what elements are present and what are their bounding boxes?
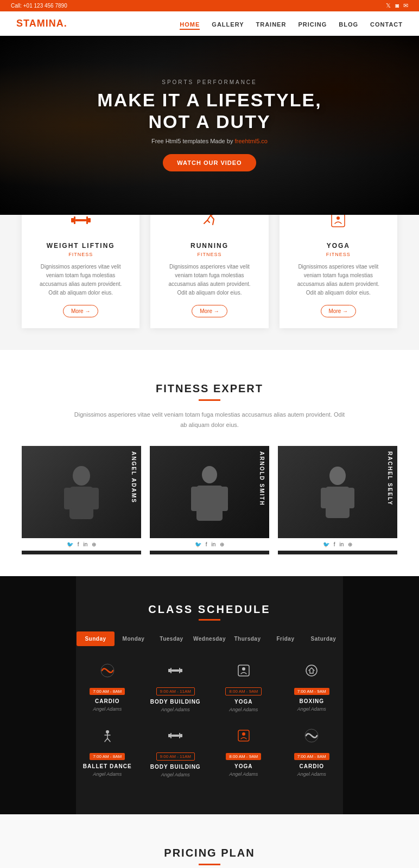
topbar: Call: +01 123 456 7890 𝕏 ◙ ✉ [0, 0, 419, 11]
nav-pricing[interactable]: PRICING [298, 19, 327, 29]
class-name-bb2: BODY BUILDING [148, 764, 204, 770]
twitter-social-1[interactable]: 🐦 [195, 541, 201, 547]
svg-rect-15 [220, 487, 228, 511]
svg-rect-11 [91, 488, 99, 509]
class-trainer-bb1: Angel Adams [148, 707, 204, 712]
schedule-class-yoga1: 8:00 AM - 9AM YOGA Angel Adams [213, 657, 275, 718]
facebook-social-0[interactable]: f [78, 541, 79, 547]
svg-rect-13 [196, 486, 223, 521]
schedule-day-wednesday[interactable]: Wednesday [191, 631, 228, 646]
svg-rect-24 [179, 668, 180, 673]
schedule-content: CLASS SCHEDULE Sunday Monday Tuesday Wed… [77, 603, 342, 783]
service-title-0: WEIGHT LIFTING [35, 242, 126, 250]
service-btn-0[interactable]: More [63, 305, 99, 317]
linkedin-social-1[interactable]: in [211, 541, 215, 547]
schedule-bg-right [343, 576, 419, 814]
facebook-social-1[interactable]: f [206, 541, 207, 547]
yoga-class-icon-2 [216, 727, 271, 747]
schedule-day-sunday[interactable]: Sunday [77, 631, 115, 646]
service-title-1: RUNNING [163, 242, 255, 250]
svg-rect-14 [191, 487, 199, 511]
nav-trainer[interactable]: TRAINER [256, 19, 287, 29]
instagram-social-2[interactable]: ⊕ [348, 541, 352, 547]
pricing-divider [199, 864, 220, 865]
nav-gallery[interactable]: GALLERY [212, 19, 244, 29]
ballet-icon [80, 727, 135, 747]
svg-point-16 [329, 467, 346, 485]
schedule-day-thursday[interactable]: Thursday [228, 631, 266, 646]
trainer-name-0: ANGEL ADAMS [131, 451, 137, 503]
schedule-class-boxing: 7:00 AM - 9AM BOXING Angel Adams [281, 657, 343, 718]
schedule-class-ballet: 7:00 AM - 8AM BALLET DANCE Angel Adams [77, 722, 138, 783]
class-name-cardio2: CARDIO [284, 763, 340, 769]
schedule-day-saturday[interactable]: Saturday [304, 631, 342, 646]
watch-video-button[interactable]: Watch Our Video [163, 154, 256, 171]
hero-desc: Free Html5 templates Made by freehtml5.c… [97, 138, 321, 144]
linkedin-social-0[interactable]: in [83, 541, 87, 547]
facebook-social-2[interactable]: f [334, 541, 335, 547]
hero-content: SPORTS PERFORMANCE MAKE IT A LIFESTYLE, … [97, 79, 321, 171]
hero-link[interactable]: freehtml5.co [234, 138, 268, 144]
schedule-class-bodybuilding2: 9:00 AM - 11AM BODY BUILDING Angel Adams [145, 722, 207, 783]
service-desc-0: Dignissimos asperiores vitae velit venia… [35, 263, 126, 297]
trainer-social-2: 🐦 f in ⊕ [278, 538, 397, 551]
service-desc-2: Dignissimos asperiores vitae velit venia… [293, 263, 384, 297]
svg-rect-4 [88, 218, 91, 222]
schedule-section: CLASS SCHEDULE Sunday Monday Tuesday Wed… [0, 576, 419, 814]
service-btn-1[interactable]: More [192, 305, 227, 317]
hero-title: MAKE IT A LIFESTYLE, NOT A DUTY [97, 90, 321, 132]
instagram-social-1[interactable]: ⊕ [220, 541, 224, 547]
schedule-class-bodybuilding1: 9:00 AM - 11AM BODY BUILDING Angel Adams [145, 657, 207, 718]
topbar-social: 𝕏 ◙ ✉ [386, 2, 408, 9]
trainer-image-0 [22, 446, 141, 538]
svg-rect-25 [180, 669, 182, 672]
topbar-phone: Call: +01 123 456 7890 [11, 3, 67, 9]
linkedin-social-2[interactable]: in [339, 541, 344, 547]
svg-rect-17 [326, 487, 350, 518]
nav-home[interactable]: HOME [180, 19, 200, 29]
svg-rect-19 [348, 488, 354, 508]
nav-contact[interactable]: CONTACT [370, 19, 403, 29]
svg-rect-9 [69, 487, 93, 519]
schedule-day-monday[interactable]: Monday [115, 631, 153, 646]
nav-blog[interactable]: BLOG [339, 19, 358, 29]
schedule-class-yoga2: 8:00 AM - 9AM YOGA Angel Adams [213, 722, 275, 783]
trainer-image-1 [150, 446, 269, 538]
fitness-desc: Dignissimos asperiores vitae velit venia… [74, 410, 345, 430]
class-trainer-ballet: Angel Adams [80, 771, 135, 777]
logo: STAMINA. [16, 18, 67, 29]
schedule-row-2: 7:00 AM - 8AM BALLET DANCE Angel Adams 9… [77, 722, 342, 783]
twitter-icon[interactable]: 𝕏 [386, 2, 391, 9]
fitness-title: FITNESS EXPERT [22, 382, 397, 395]
twitter-social-0[interactable]: 🐦 [67, 541, 73, 547]
class-name-yoga2: YOGA [216, 763, 271, 769]
services-section: WEIGHT LIFTING FITNESS Dignissimos asper… [0, 193, 419, 350]
fitness-divider [199, 399, 220, 401]
fitness-section: FITNESS EXPERT Dignissimos asperiores vi… [0, 350, 419, 576]
class-time-bb1: 9:00 AM - 11AM [156, 687, 195, 695]
svg-rect-34 [180, 734, 182, 737]
pinterest-icon[interactable]: ◙ [395, 2, 399, 9]
trainers-grid: ANGEL ADAMS 🐦 f in ⊕ ARNOLD SMITH 🐦 [22, 446, 397, 554]
email-icon[interactable]: ✉ [403, 2, 408, 9]
twitter-social-2[interactable]: 🐦 [323, 541, 329, 547]
schedule-days: Sunday Monday Tuesday Wednesday Thursday… [77, 631, 342, 646]
bodybuilding-icon-2 [148, 727, 204, 747]
trainer-image-2 [278, 446, 397, 538]
svg-rect-10 [64, 488, 72, 509]
svg-rect-23 [172, 669, 179, 672]
svg-rect-21 [168, 669, 170, 672]
schedule-bg-left [0, 576, 76, 814]
schedule-day-tuesday[interactable]: Tuesday [153, 631, 191, 646]
hero-subtitle: SPORTS PERFORMANCE [97, 79, 321, 85]
svg-rect-22 [170, 668, 172, 673]
svg-point-28 [306, 665, 317, 676]
instagram-social-0[interactable]: ⊕ [92, 541, 96, 547]
schedule-class-cardio: 7:00 AM - 8AM CARDIO Angel Adams [77, 657, 138, 718]
class-time-yoga1: 8:00 AM - 9AM [225, 687, 262, 695]
class-trainer-cardio2: Angel Adams [284, 771, 340, 777]
schedule-day-friday[interactable]: Friday [266, 631, 304, 646]
cardio-icon [80, 662, 135, 682]
pricing-title: PRICING PLAN [22, 847, 397, 859]
service-btn-2[interactable]: More [321, 305, 357, 317]
